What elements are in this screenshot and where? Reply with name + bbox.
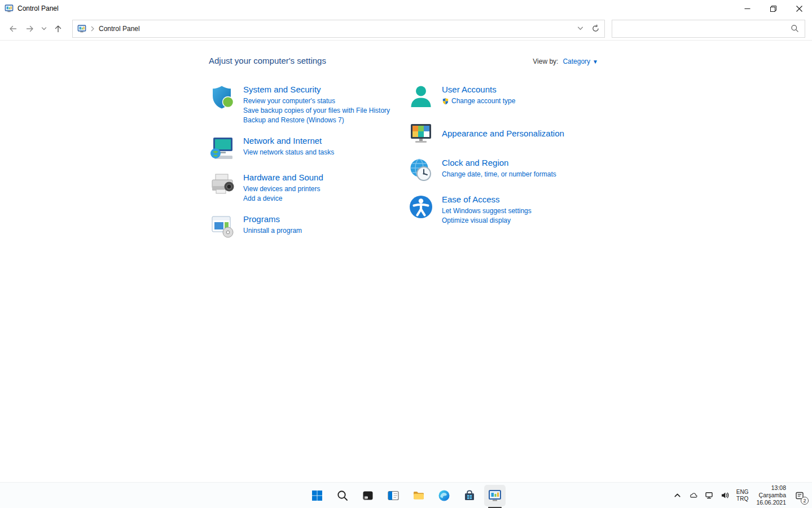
close-button[interactable] bbox=[786, 0, 812, 17]
up-button[interactable] bbox=[50, 20, 67, 37]
recent-pages-dropdown[interactable] bbox=[38, 20, 50, 37]
chevron-down-icon bbox=[41, 26, 47, 32]
task-link-optimize-display[interactable]: Optimize visual display bbox=[442, 216, 532, 226]
network-internet-icon[interactable] bbox=[209, 135, 236, 162]
titlebar-left: Control Panel bbox=[0, 4, 59, 13]
category-title-appearance-and-personalization[interactable]: Appearance and Personalization bbox=[442, 129, 564, 138]
network-icon bbox=[704, 491, 714, 500]
task-link-devices-printers[interactable]: View devices and printers bbox=[243, 184, 323, 194]
taskbar: ENG TRQ 13:08 Çarşamba 16.06.2021 2 bbox=[0, 482, 812, 508]
control-panel-taskbar-button[interactable] bbox=[484, 485, 506, 506]
left-column: System and Security Review your computer… bbox=[209, 83, 407, 250]
search-icon bbox=[336, 489, 349, 502]
search-input[interactable] bbox=[618, 25, 791, 33]
user-accounts-icon[interactable] bbox=[407, 83, 434, 111]
task-link-label: Change account type bbox=[451, 96, 515, 106]
back-button[interactable] bbox=[5, 20, 21, 37]
category-network-and-internet: Network and Internet View network status… bbox=[209, 135, 407, 162]
view-by-dropdown[interactable]: Category ▼ bbox=[563, 58, 598, 65]
appearance-personalization-icon[interactable] bbox=[407, 120, 434, 147]
onedrive-cloud-icon bbox=[688, 491, 698, 500]
view-by-value: Category bbox=[563, 58, 590, 65]
close-icon bbox=[796, 6, 802, 12]
category-title-network-and-internet[interactable]: Network and Internet bbox=[243, 136, 334, 145]
back-arrow-icon bbox=[8, 24, 17, 33]
volume-button[interactable] bbox=[717, 485, 732, 506]
widgets-icon bbox=[387, 489, 400, 502]
clock-date-indicator[interactable]: 13:08 Çarşamba 16.06.2021 bbox=[752, 484, 790, 506]
control-panel-app-icon bbox=[5, 4, 14, 13]
task-link-suggest-settings[interactable]: Let Windows suggest settings bbox=[442, 206, 532, 216]
clock-region-icon[interactable] bbox=[407, 157, 434, 184]
navigation-bar: Control Panel bbox=[0, 17, 812, 41]
category-columns: System and Security Review your computer… bbox=[209, 83, 598, 250]
window-title: Control Panel bbox=[17, 5, 59, 12]
forward-button[interactable] bbox=[21, 20, 38, 37]
language-line2: TRQ bbox=[736, 496, 749, 502]
task-link-uninstall-program[interactable]: Uninstall a program bbox=[243, 226, 302, 236]
search-box bbox=[612, 20, 805, 38]
breadcrumb-chevron-icon bbox=[90, 26, 95, 32]
page-title: Adjust your computer's settings bbox=[209, 56, 326, 65]
file-explorer-button[interactable] bbox=[408, 485, 429, 506]
refresh-icon[interactable] bbox=[591, 24, 600, 33]
address-dropdown-chevron-icon[interactable] bbox=[577, 25, 583, 32]
category-system-and-security: System and Security Review your computer… bbox=[209, 83, 407, 125]
task-link-file-history[interactable]: Save backup copies of your files with Fi… bbox=[243, 106, 390, 116]
ease-of-access-icon[interactable] bbox=[407, 193, 434, 220]
notification-badge: 2 bbox=[801, 497, 809, 505]
tray-time: 13:08 bbox=[756, 484, 786, 492]
task-link-network-status[interactable]: View network status and tasks bbox=[243, 148, 334, 157]
restore-icon bbox=[770, 6, 776, 12]
category-title-hardware-and-sound[interactable]: Hardware and Sound bbox=[243, 173, 323, 182]
search-button[interactable] bbox=[332, 485, 353, 506]
edge-icon bbox=[437, 489, 451, 502]
category-clock-and-region: Clock and Region Change date, time, or n… bbox=[407, 157, 598, 184]
system-security-shield-icon[interactable] bbox=[209, 83, 236, 111]
edge-button[interactable] bbox=[433, 485, 455, 506]
task-link-change-account-type[interactable]: Change account type bbox=[442, 96, 515, 106]
tray-date: 16.06.2021 bbox=[756, 499, 786, 506]
language-indicator[interactable]: ENG TRQ bbox=[733, 489, 752, 502]
store-button[interactable] bbox=[459, 485, 480, 506]
start-button[interactable] bbox=[306, 485, 328, 506]
widgets-button[interactable] bbox=[383, 485, 404, 506]
onedrive-button[interactable] bbox=[686, 485, 701, 506]
programs-icon[interactable] bbox=[209, 213, 236, 240]
hardware-sound-printer-icon[interactable] bbox=[209, 171, 236, 198]
search-icon[interactable] bbox=[791, 24, 799, 33]
category-title-programs[interactable]: Programs bbox=[243, 214, 302, 224]
language-line1: ENG bbox=[736, 489, 749, 496]
chevron-up-icon bbox=[673, 491, 682, 500]
task-link-add-device[interactable]: Add a device bbox=[243, 194, 323, 204]
maximize-button[interactable] bbox=[760, 0, 786, 17]
network-button[interactable] bbox=[701, 485, 717, 506]
task-link-change-date-time[interactable]: Change date, time, or number formats bbox=[442, 170, 556, 179]
heading-row: Adjust your computer's settings View by:… bbox=[209, 56, 598, 65]
category-title-ease-of-access[interactable]: Ease of Access bbox=[442, 195, 532, 204]
minimize-icon bbox=[744, 6, 750, 12]
tray-overflow-button[interactable] bbox=[670, 485, 685, 506]
speaker-icon bbox=[720, 491, 730, 500]
minimize-button[interactable] bbox=[734, 0, 760, 17]
task-view-button[interactable] bbox=[357, 485, 379, 506]
category-title-system-and-security[interactable]: System and Security bbox=[243, 85, 390, 94]
content-area: Adjust your computer's settings View by:… bbox=[0, 41, 812, 482]
control-panel-crumb-icon bbox=[77, 24, 86, 33]
control-panel-icon bbox=[488, 489, 502, 502]
category-ease-of-access: Ease of Access Let Windows suggest setti… bbox=[407, 193, 598, 226]
task-view-icon bbox=[361, 489, 375, 502]
store-icon bbox=[463, 489, 476, 502]
task-link-backup-restore[interactable]: Backup and Restore (Windows 7) bbox=[243, 116, 390, 125]
category-title-clock-and-region[interactable]: Clock and Region bbox=[442, 158, 556, 167]
forward-arrow-icon bbox=[25, 24, 34, 33]
category-programs: Programs Uninstall a program bbox=[209, 213, 407, 240]
system-tray: ENG TRQ 13:08 Çarşamba 16.06.2021 2 bbox=[670, 483, 809, 508]
task-link-review-status[interactable]: Review your computer's status bbox=[243, 96, 390, 106]
address-bar[interactable]: Control Panel bbox=[72, 20, 605, 38]
control-panel-window: Control Panel bbox=[0, 0, 812, 508]
category-title-user-accounts[interactable]: User Accounts bbox=[442, 85, 515, 94]
breadcrumb-control-panel[interactable]: Control Panel bbox=[99, 25, 140, 33]
tray-day: Çarşamba bbox=[756, 492, 786, 499]
notification-center-button[interactable]: 2 bbox=[791, 485, 809, 506]
